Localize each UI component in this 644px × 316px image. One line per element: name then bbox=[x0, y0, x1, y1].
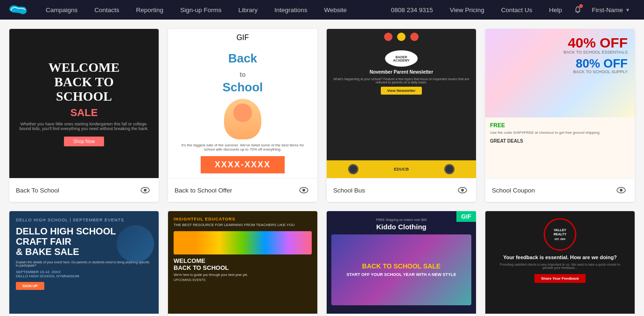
thumb-light-yellow bbox=[397, 33, 406, 41]
thumb-newsletter-body: What's happening at your school? Feature… bbox=[332, 77, 470, 84]
svg-point-3 bbox=[302, 189, 305, 192]
template-thumb-back-offer: GIF BacktoSchool It's the biggest sale o… bbox=[168, 29, 317, 178]
template-name-back-offer: Back to School Offer bbox=[175, 187, 232, 194]
preview-button-school-bus[interactable] bbox=[455, 183, 469, 197]
thumb-character bbox=[224, 99, 261, 139]
template-card-back-to-school: WelcomeBack toSchool SALE Whether you ha… bbox=[9, 29, 159, 202]
svg-point-1 bbox=[144, 189, 147, 192]
thumb-craft-date: SEPTEMBER 10-12, 20XXDELLO HIGH SCHOOL G… bbox=[16, 270, 152, 278]
thumb-valley-logo: VALLEYREALTYEST. 2004 bbox=[544, 218, 576, 251]
template-footer-educators: Insightful Educators bbox=[168, 314, 317, 316]
notification-dot bbox=[579, 4, 583, 8]
thumb-80-off: 80% OFF bbox=[576, 57, 628, 69]
thumb-light-red bbox=[384, 33, 392, 41]
template-card-back-to-school-offer: GIF BacktoSchool It's the biggest sale o… bbox=[168, 29, 317, 202]
thumb-free-desc: Use the code SHIP#FREE at checkout to ge… bbox=[490, 131, 630, 135]
template-footer-back-offer: Back to School Offer bbox=[168, 178, 317, 202]
preview-button-back-offer[interactable] bbox=[297, 183, 311, 197]
main-nav: Campaigns Contacts Reporting Sign-up For… bbox=[0, 0, 644, 20]
template-footer-kiddo: Kiddo Clothing bbox=[327, 314, 476, 316]
help-button[interactable]: Help bbox=[541, 0, 571, 20]
nav-website[interactable]: Website bbox=[315, 0, 355, 20]
nav-campaigns[interactable]: Campaigns bbox=[37, 0, 86, 20]
thumb-bus-bottom: EDUCB bbox=[327, 160, 476, 178]
template-footer-school-bus: School Bus bbox=[327, 178, 476, 202]
template-thumb-school-bus: BADERACADEMY November Parent Newsletter … bbox=[327, 29, 476, 178]
thumb-upcoming-events: UPCOMING EVENTS bbox=[174, 278, 312, 282]
template-thumb-craft-fair: Dello High School | September Events DEL… bbox=[9, 211, 159, 314]
thumb-bus-content: BADERACADEMY November Parent Newsletter … bbox=[327, 45, 476, 160]
app-logo[interactable] bbox=[7, 2, 28, 17]
thumb-educb: EDUCB bbox=[394, 167, 409, 172]
thumb-free-ship: FREE Shipping on orders over $80 bbox=[376, 218, 427, 221]
template-card-educators: INSIGHTFUL EDUCATORS THE BEST RESOURCE F… bbox=[168, 211, 317, 316]
user-name: First-Name bbox=[592, 7, 623, 14]
thumb-text-sub: Whether you have little ones starting ki… bbox=[9, 122, 159, 131]
svg-point-7 bbox=[620, 189, 623, 192]
thumb-coupon-top: 40% OFF BACK TO SCHOOL ESSENTIALS 80% OF… bbox=[485, 29, 635, 117]
template-card-school-coupon: 40% OFF BACK TO SCHOOL ESSENTIALS 80% OF… bbox=[485, 29, 635, 202]
nav-library[interactable]: Library bbox=[230, 0, 266, 20]
thumb-80-desc: BACK TO SCHOOL SUPPLY bbox=[573, 69, 628, 74]
thumb-text-welcome: WelcomeBack toSchool bbox=[49, 61, 119, 103]
thumb-craft-signup: SIGN UP bbox=[16, 282, 44, 290]
thumb-pencils bbox=[174, 231, 312, 254]
thumb-view-newsletter: View Newsletter bbox=[381, 87, 422, 95]
thumb-edu-sub: THE BEST RESOURCE FOR LEARNING FROM TEAC… bbox=[174, 223, 312, 227]
thumb-share-feedback: Share Your Feedback bbox=[534, 274, 585, 283]
thumb-gif-badge2: GIF bbox=[456, 211, 476, 222]
template-footer-valley-realty: Valley Realty bbox=[485, 314, 635, 316]
nav-right: 0808 234 9315 View Pricing Contact Us He… bbox=[383, 0, 637, 20]
thumb-promo-code: XXXX-XXXX bbox=[201, 156, 285, 173]
thumb-kiddo-banner: BACK TO SCHOOL SALESTART OFF YOUR SCHOOL… bbox=[331, 234, 471, 305]
svg-point-5 bbox=[461, 189, 464, 192]
chevron-down-icon: ▼ bbox=[625, 7, 630, 13]
template-thumb-valley-realty: VALLEYREALTYEST. 2004 Your feedback is e… bbox=[485, 211, 635, 314]
template-card-craft-fair: Dello High School | September Events DEL… bbox=[9, 211, 159, 316]
thumb-kiddo-logo: Kiddo Clothing bbox=[376, 223, 426, 231]
thumb-edu-tag: INSIGHTFUL EDUCATORS bbox=[174, 217, 312, 221]
thumb-bts-sale: BACK TO SCHOOL SALESTART OFF YOUR SCHOOL… bbox=[346, 262, 456, 277]
template-footer-back-to-school: Back To School bbox=[9, 178, 159, 202]
thumb-40-off: 40% OFF bbox=[568, 36, 628, 50]
thumb-shop-now: Shop Now bbox=[64, 137, 104, 146]
template-thumb-educators: INSIGHTFUL EDUCATORS THE BEST RESOURCE F… bbox=[168, 211, 317, 314]
template-name-school-coupon: School Coupon bbox=[492, 187, 535, 194]
nav-contacts[interactable]: Contacts bbox=[86, 0, 127, 20]
nav-integrations[interactable]: Integrations bbox=[266, 0, 316, 20]
thumb-bts-title: BacktoSchool bbox=[223, 51, 263, 95]
thumb-edu-body: We're here to guide you through your bes… bbox=[174, 273, 312, 276]
thumb-text-sale: SALE bbox=[70, 107, 98, 119]
thumb-gif-badge: GIF bbox=[237, 34, 249, 42]
template-thumb-back-to-school: WelcomeBack toSchool SALE Whether you ha… bbox=[9, 29, 159, 178]
nav-links: Campaigns Contacts Reporting Sign-up For… bbox=[37, 0, 383, 20]
preview-button-back-to-school[interactable] bbox=[138, 183, 152, 197]
template-thumb-school-coupon: 40% OFF BACK TO SCHOOL ESSENTIALS 80% OF… bbox=[485, 29, 635, 178]
thumb-coupon-bottom: FREE Use the code SHIP#FREE at checkout … bbox=[485, 117, 635, 178]
template-footer-school-coupon: School Coupon bbox=[485, 178, 635, 202]
thumb-craft-decor bbox=[117, 225, 154, 262]
template-footer-craft-fair: Craft Fair bbox=[9, 314, 159, 316]
thumb-40-desc: BACK TO SCHOOL ESSENTIALS bbox=[564, 50, 628, 55]
thumb-bus-top bbox=[327, 29, 476, 45]
thumb-feedback-title: Your feedback is essential. How are we d… bbox=[503, 254, 617, 260]
user-menu[interactable]: First-Name ▼ bbox=[585, 0, 637, 20]
notifications-bell[interactable] bbox=[570, 0, 585, 20]
thumb-free: FREE bbox=[490, 122, 630, 129]
nav-signup-forms[interactable]: Sign-up Forms bbox=[172, 0, 230, 20]
contact-us-button[interactable]: Contact Us bbox=[493, 0, 541, 20]
thumb-light-red2 bbox=[410, 33, 419, 41]
thumb-craft-school: Dello High School | September Events bbox=[16, 218, 152, 222]
nav-reporting[interactable]: Reporting bbox=[128, 0, 172, 20]
template-name-back-to-school: Back To School bbox=[16, 187, 59, 194]
thumb-offer-desc: It's the biggest sale of the summer. We'… bbox=[173, 143, 313, 151]
preview-button-school-coupon[interactable] bbox=[614, 183, 628, 197]
template-card-kiddo: GIF FREE Shipping on orders over $80 Kid… bbox=[327, 211, 476, 316]
view-pricing-button[interactable]: View Pricing bbox=[441, 0, 493, 20]
template-grid: WelcomeBack toSchool SALE Whether you ha… bbox=[9, 29, 635, 316]
thumb-great-deals: GREAT DEALS bbox=[490, 138, 630, 144]
thumb-newsletter-title: November Parent Newsletter bbox=[370, 69, 433, 75]
thumb-wheel-left bbox=[348, 164, 358, 174]
thumb-wheel-right bbox=[444, 164, 455, 174]
thumb-welcome-bts: WELCOMEBACK TO SCHOOL bbox=[174, 257, 312, 271]
